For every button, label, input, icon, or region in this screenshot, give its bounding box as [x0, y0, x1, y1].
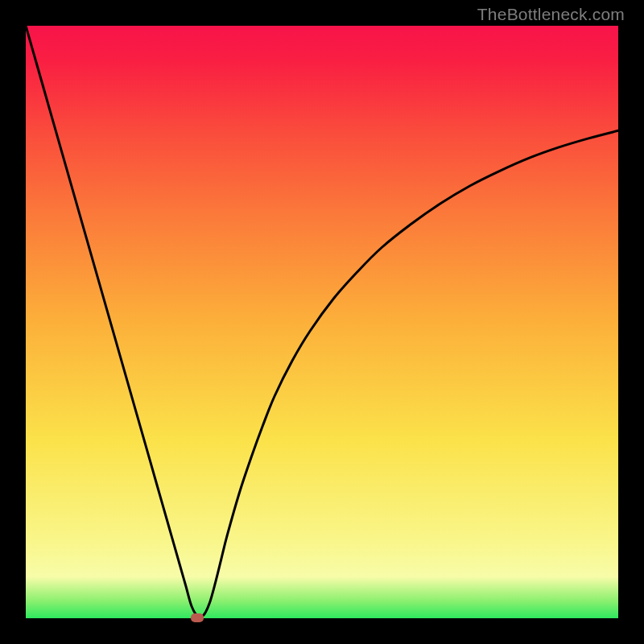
attribution-label: TheBottleneck.com [477, 5, 625, 24]
plot-area [26, 26, 618, 618]
bottleneck-curve [26, 26, 618, 618]
minimum-marker [191, 613, 204, 622]
chart-frame: TheBottleneck.com [0, 0, 644, 644]
